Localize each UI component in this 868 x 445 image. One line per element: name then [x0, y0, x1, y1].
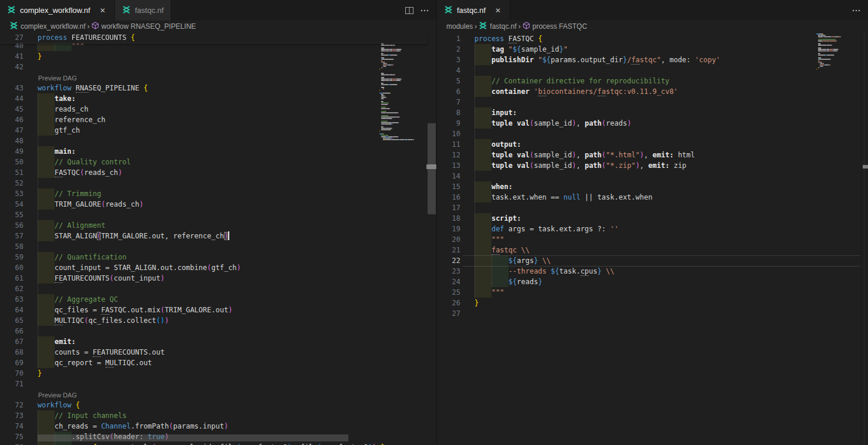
line-number[interactable]: 51: [0, 167, 23, 178]
codelens-preview-dag[interactable]: Preview DAG: [38, 391, 77, 400]
tab-fastqc.nf[interactable]: fastqc.nf✕: [437, 0, 510, 21]
code-line[interactable]: 47 gtf_ch: [0, 125, 436, 136]
line-number[interactable]: 57: [0, 231, 23, 241]
line-number[interactable]: 50: [0, 157, 23, 167]
line-number[interactable]: 19: [437, 224, 460, 234]
close-icon[interactable]: ✕: [98, 6, 107, 15]
code-line[interactable]: 23 --threads ${task.cpus} \\: [437, 266, 868, 277]
code-line[interactable]: 13 tuple val(sample_id), path("*.zip"), …: [437, 160, 868, 171]
line-number[interactable]: 46: [0, 114, 23, 125]
line-number[interactable]: 1: [437, 33, 460, 44]
line-number[interactable]: 54: [0, 199, 23, 210]
line-number[interactable]: 47: [0, 125, 23, 136]
code-line[interactable]: 45 reads_ch: [0, 104, 436, 114]
code-line[interactable]: 53 // Trimming: [0, 188, 436, 199]
line-number[interactable]: 74: [0, 421, 23, 431]
line-number[interactable]: 22: [437, 255, 460, 266]
code-line[interactable]: 2 tag "${sample_id}": [437, 44, 868, 55]
line-number[interactable]: 8: [437, 107, 460, 118]
code-line[interactable]: 24 ${reads}: [437, 277, 868, 287]
line-number[interactable]: 73: [0, 410, 23, 421]
line-number[interactable]: 41: [0, 51, 23, 62]
code-line[interactable]: 17: [437, 203, 868, 213]
more-actions-button[interactable]: [852, 6, 861, 15]
line-number[interactable]: 12: [437, 150, 460, 160]
minimap[interactable]: [815, 32, 864, 79]
minimap[interactable]: [378, 32, 428, 150]
code-line[interactable]: 20 """: [437, 234, 868, 245]
line-number[interactable]: 55: [0, 210, 23, 220]
line-number[interactable]: 42: [0, 62, 23, 72]
line-number[interactable]: 6: [437, 86, 460, 97]
line-number[interactable]: 17: [437, 203, 460, 213]
code-line[interactable]: 54 TRIM_GALORE(reads_ch): [0, 199, 436, 210]
line-number[interactable]: 5: [437, 76, 460, 86]
code-line[interactable]: 25 """: [437, 287, 868, 298]
tab-fastqc.nf[interactable]: fastqc.nf: [115, 0, 171, 21]
code-line[interactable]: 27: [437, 308, 868, 319]
breadcrumb-item[interactable]: modules: [446, 22, 473, 31]
code-line[interactable]: 62: [0, 284, 436, 294]
code-line[interactable]: 55: [0, 210, 436, 220]
code-line[interactable]: 48: [0, 136, 436, 146]
code-line[interactable]: 69 qc_report = MULTIQC.out: [0, 358, 436, 368]
code-line[interactable]: 6 container 'biocontainers/fastqc:v0.11.…: [437, 86, 868, 97]
line-number[interactable]: 45: [0, 104, 23, 114]
line-number[interactable]: 4: [437, 65, 460, 76]
line-number[interactable]: 62: [0, 284, 23, 294]
breadcrumb-item[interactable]: process FASTQC: [523, 22, 587, 31]
editor[interactable]: 1process FASTQC {2 tag "${sample_id}"3 p…: [437, 32, 868, 445]
line-number[interactable]: 10: [437, 129, 460, 139]
line-number[interactable]: 3: [437, 55, 460, 65]
line-number[interactable]: 13: [437, 160, 460, 171]
line-number[interactable]: 18: [437, 213, 460, 224]
code-line[interactable]: 60 count_input = STAR_ALIGN.out.combine(…: [0, 262, 436, 273]
line-number[interactable]: 52: [0, 178, 23, 188]
line-number[interactable]: 15: [437, 181, 460, 192]
code-line[interactable]: 73 // Input channels: [0, 410, 436, 421]
line-number[interactable]: 11: [437, 139, 460, 150]
code-line[interactable]: 42: [0, 62, 436, 72]
code-line[interactable]: 7: [437, 97, 868, 107]
line-number[interactable]: 16: [437, 192, 460, 203]
editor[interactable]: 40 """41}42Preview DAG43workflow RNASEQ_…: [0, 32, 436, 445]
code-line[interactable]: 71: [0, 379, 436, 389]
code-line[interactable]: 58: [0, 241, 436, 252]
code-line[interactable]: 18 script:: [437, 213, 868, 224]
code-line[interactable]: 68 counts = FEATURECOUNTS.out: [0, 347, 436, 358]
line-number[interactable]: 24: [437, 277, 460, 287]
line-number[interactable]: 63: [0, 294, 23, 305]
line-number[interactable]: 27: [0, 32, 23, 43]
code-line[interactable]: 56 // Alignment: [0, 220, 436, 231]
line-number[interactable]: 61: [0, 273, 23, 284]
code-line[interactable]: 66: [0, 326, 436, 336]
code-line[interactable]: 59 // Quantification: [0, 252, 436, 262]
line-number[interactable]: 76: [0, 442, 23, 445]
code-line[interactable]: 57 STAR_ALIGN(TRIM_GALORE.out, reference…: [0, 231, 436, 241]
code-line[interactable]: 61 FEATURECOUNTS(count_input): [0, 273, 436, 284]
code-line[interactable]: 10: [437, 129, 868, 139]
breadcrumb-item[interactable]: fastqc.nf: [479, 21, 516, 32]
breadcrumb-item[interactable]: workflow RNASEQ_PIPELINE: [91, 22, 196, 31]
code-line[interactable]: 1process FASTQC {: [437, 33, 868, 44]
code-line[interactable]: 50 // Quality control: [0, 157, 436, 167]
code-line[interactable]: 64 qc_files = FASTQC.out.mix(TRIM_GALORE…: [0, 305, 436, 315]
code-line[interactable]: 16 task.ext.when == null || task.ext.whe…: [437, 192, 868, 203]
code-line[interactable]: 51 FASTQC(reads_ch): [0, 167, 436, 178]
line-number[interactable]: 7: [437, 97, 460, 107]
line-number[interactable]: 23: [437, 266, 460, 277]
line-number[interactable]: 9: [437, 118, 460, 129]
line-number[interactable]: 44: [0, 93, 23, 104]
code-line[interactable]: 14: [437, 171, 868, 181]
line-number[interactable]: 49: [0, 146, 23, 157]
line-number[interactable]: 58: [0, 241, 23, 252]
line-number[interactable]: 26: [437, 298, 460, 308]
code-line[interactable]: 5 // Container directive for reproducibi…: [437, 76, 868, 86]
breadcrumb-item[interactable]: complex_workflow.nf: [9, 21, 86, 32]
line-number[interactable]: 14: [437, 171, 460, 181]
code-line[interactable]: 4: [437, 65, 868, 76]
code-line[interactable]: 22 ${args} \\: [437, 255, 868, 266]
line-number[interactable]: 21: [437, 245, 460, 255]
line-number[interactable]: 59: [0, 252, 23, 262]
line-number[interactable]: 72: [0, 400, 23, 410]
